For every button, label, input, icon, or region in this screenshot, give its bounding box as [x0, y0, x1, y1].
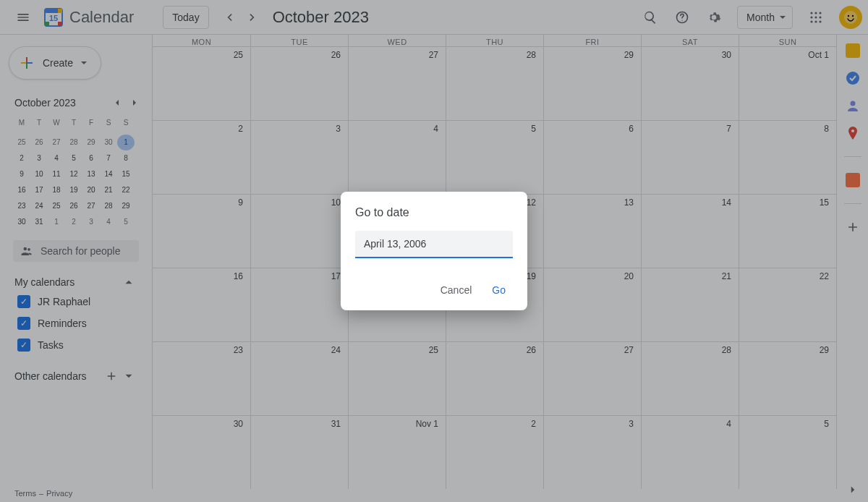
go-to-date-dialog: Go to date Cancel Go: [341, 192, 527, 310]
go-button[interactable]: Go: [485, 278, 513, 302]
date-input[interactable]: [355, 231, 513, 258]
cancel-button[interactable]: Cancel: [433, 278, 480, 302]
dialog-title: Go to date: [355, 206, 513, 219]
modal-overlay[interactable]: Go to date Cancel Go: [0, 0, 868, 502]
